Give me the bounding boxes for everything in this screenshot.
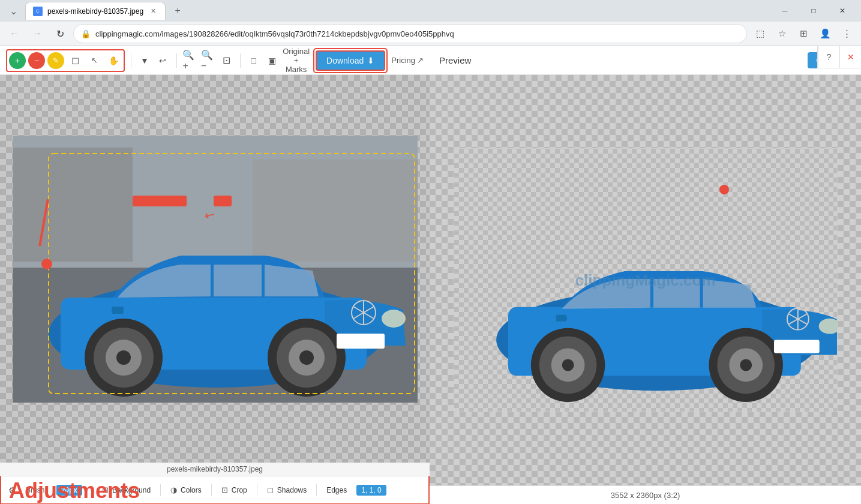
svg-rect-19 — [337, 334, 385, 349]
title-bar: ⌄ C pexels-mikebirdy-810357.jpeg ✕ + ─ □… — [0, 0, 861, 22]
preview-info: 3552 x 2360px (3:2) — [430, 485, 861, 504]
browser-chrome: ⌄ C pexels-mikebirdy-810357.jpeg ✕ + ─ □… — [0, 0, 861, 46]
toolbar-sep-2 — [176, 53, 177, 68]
address-bar[interactable]: 🔒 clippingmagic.com/images/190828266/edi… — [73, 24, 747, 43]
svg-rect-21 — [112, 307, 124, 314]
pricing-label: Pricing — [391, 56, 415, 65]
nav-actions: ⬚ ☆ ⊞ 👤 ⋮ — [751, 24, 856, 43]
shadows-tool[interactable]: ◻ Shadows — [267, 485, 307, 494]
dimensions-text: 3552 x 2360px (3:2) — [611, 491, 680, 500]
add-tool-button[interactable]: + — [9, 52, 26, 69]
forward-button[interactable]: → — [28, 24, 47, 43]
nav-bar: ← → ↻ 🔒 clippingmagic.com/images/1908282… — [0, 22, 861, 46]
help-button[interactable]: ? — [818, 46, 839, 68]
marker-tool-button[interactable]: ✎ — [47, 52, 64, 69]
panel-controls: ? ✕ — [817, 46, 861, 68]
bottom-sep-3 — [211, 484, 212, 496]
pricing-link[interactable]: Pricing ↗ — [391, 56, 424, 65]
left-panel: + − ✎ ◻ ↖ ✋ ▼ ↩ 🔍+ 🔍− ⊡ □ ▣ Original + M… — [0, 46, 430, 504]
download-icon: ⬇ — [367, 56, 374, 65]
tab-title: pexels-mikebirdy-810357.jpeg — [47, 7, 143, 16]
url-text: clippingmagic.com/images/190828266/edit/… — [95, 29, 739, 38]
red-mark-small — [214, 196, 232, 206]
profile-button[interactable]: 👤 — [815, 24, 835, 43]
fit-button[interactable]: ⊡ — [219, 51, 233, 70]
red-mark-horizontal — [133, 196, 187, 206]
bookmark-button[interactable]: ☆ — [772, 24, 791, 43]
download-button[interactable]: Download ⬇ — [316, 50, 385, 71]
external-link-icon: ↗ — [417, 56, 424, 65]
view-mode-2-button[interactable]: ▣ — [265, 51, 279, 70]
toolbar-sep-1 — [131, 53, 131, 68]
extensions-button[interactable]: ⊞ — [794, 24, 813, 43]
tab-favicon: C — [33, 7, 43, 16]
svg-point-14 — [299, 350, 314, 365]
select-tool-button[interactable]: ↖ — [86, 52, 103, 69]
cast-button[interactable]: ⬚ — [751, 24, 770, 43]
tool-group: + − ✎ ◻ ↖ ✋ — [6, 49, 125, 72]
svg-rect-3 — [253, 160, 418, 262]
svg-rect-25 — [653, 279, 700, 308]
window-controls: ─ □ ✕ — [771, 1, 856, 20]
toolbar-sep-3 — [240, 53, 241, 68]
download-btn-wrapper: Download ⬇ — [313, 48, 388, 73]
car-image — [13, 136, 418, 403]
preview-title: Preview — [439, 55, 471, 65]
red-dot — [41, 259, 52, 269]
svg-rect-40 — [556, 315, 566, 322]
active-tab[interactable]: C pexels-mikebirdy-810357.jpeg ✕ — [25, 2, 166, 20]
svg-rect-6 — [214, 265, 262, 296]
colors-label: Colors — [181, 486, 202, 494]
crop-tool[interactable]: ⊡ Crop — [221, 485, 247, 494]
preview-header: Preview Original — [430, 46, 861, 75]
view-label: Original + Marks — [283, 47, 310, 74]
edges-value-badge: 1, 1, 0 — [356, 485, 386, 496]
canvas-area[interactable]: ↙ — [0, 75, 430, 463]
colors-icon: ◑ — [170, 485, 177, 494]
tab-close-button[interactable]: ✕ — [148, 7, 158, 16]
close-button[interactable]: ✕ — [829, 1, 856, 20]
title-bar-left: ⌄ C pexels-mikebirdy-810357.jpeg ✕ + — [5, 2, 186, 20]
shadows-label: Shadows — [277, 486, 307, 494]
svg-point-10 — [116, 350, 131, 365]
zoom-out-button[interactable]: 🔍− — [201, 51, 215, 70]
maximize-button[interactable]: □ — [800, 1, 827, 20]
zoom-in-button[interactable]: 🔍+ — [182, 51, 197, 70]
shadows-icon: ◻ — [267, 485, 274, 494]
filename-text: pexels-mikebirdy-810357.jpeg — [167, 465, 263, 473]
view-mode-1-button[interactable]: □ — [246, 51, 260, 70]
reload-button[interactable]: ↻ — [50, 24, 70, 43]
new-tab-button[interactable]: + — [169, 2, 186, 19]
preview-area: clippingMagic.com — [430, 75, 861, 485]
bottom-sep-4 — [257, 484, 257, 496]
svg-point-33 — [740, 359, 752, 371]
filename-bar: pexels-mikebirdy-810357.jpeg — [0, 463, 430, 476]
preview-frame: clippingMagic.com — [454, 148, 838, 412]
right-panel: ? ✕ Preview Original — [430, 46, 861, 504]
bottom-sep-5 — [316, 484, 317, 496]
crop-icon: ⊡ — [221, 485, 228, 494]
car-svg — [13, 136, 418, 403]
canvas-image-container: ↙ — [13, 136, 418, 403]
colors-tool[interactable]: ◑ Colors — [170, 485, 202, 494]
dropdown-button[interactable]: ▼ — [137, 51, 152, 70]
bottom-sep-2 — [160, 484, 161, 496]
toolbar: + − ✎ ◻ ↖ ✋ ▼ ↩ 🔍+ 🔍− ⊡ □ ▣ Original + M… — [0, 46, 430, 75]
annotation-adjustments-label: Adjustments — [9, 478, 140, 503]
preview-car-svg — [454, 149, 837, 412]
back-button[interactable]: ← — [5, 24, 24, 43]
app-container: Tools Download Adjustments + − ✎ ◻ ↖ ✋ ▼… — [0, 46, 861, 504]
remove-tool-button[interactable]: − — [28, 52, 45, 69]
undo-button[interactable]: ↩ — [155, 51, 170, 70]
close-panel-button[interactable]: ✕ — [839, 46, 861, 68]
svg-rect-2 — [13, 148, 133, 262]
eraser-tool-button[interactable]: ◻ — [67, 52, 83, 69]
hand-tool-button[interactable]: ✋ — [105, 52, 122, 69]
minimize-button[interactable]: ─ — [771, 1, 799, 20]
crop-label: Crop — [232, 486, 247, 494]
download-label: Download — [326, 56, 364, 65]
edges-label: Edges — [326, 486, 347, 494]
tab-list-button[interactable]: ⌄ — [5, 2, 22, 19]
menu-button[interactable]: ⋮ — [837, 24, 856, 43]
svg-rect-38 — [774, 340, 820, 353]
